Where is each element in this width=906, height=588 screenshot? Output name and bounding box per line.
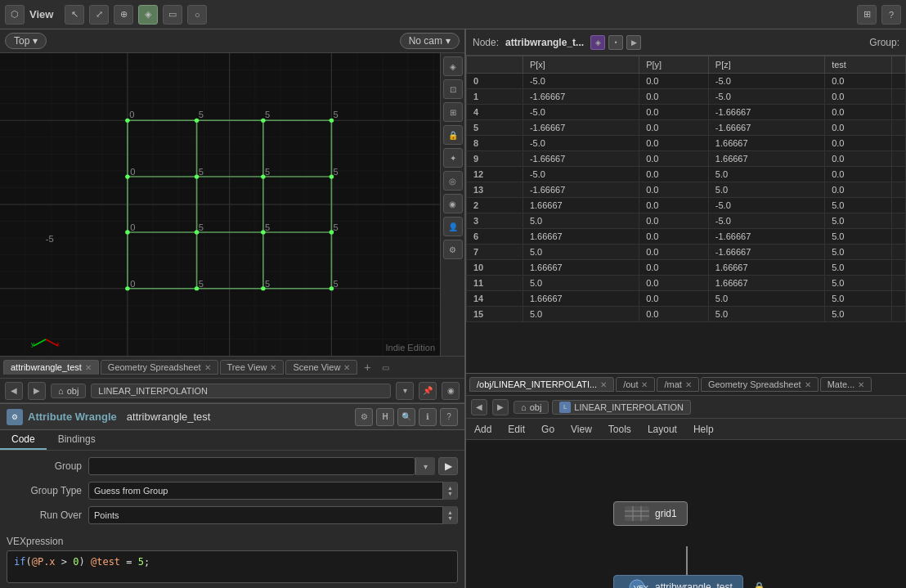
transform-tool-icon[interactable]: ⊕ [114, 5, 133, 25]
rbt-breadcrumb: ⌂ obj L LINEAR_INTERPOLATION [514, 400, 691, 415]
snap-tool-icon[interactable]: ◈ [138, 5, 158, 25]
node-attribwrangle[interactable]: VEX attribwrangle_test 🔒 [613, 575, 765, 588]
tab-scene-view[interactable]: Scene View ✕ [285, 360, 357, 375]
camera-tool-icon[interactable]: ▭ [163, 5, 182, 25]
nh-arrow-icon[interactable]: ▶ [626, 35, 641, 50]
node-grid1[interactable]: grid1 [613, 501, 688, 526]
nh-dot-icon[interactable]: • [608, 35, 623, 50]
group-type-select-wrap[interactable]: Guess from Group ▲ ▼ [88, 482, 458, 500]
group-add-btn[interactable]: ▶ [438, 457, 458, 475]
tab-close-geospread[interactable]: ✕ [204, 363, 211, 372]
right-tab-obj[interactable]: /obj/LINEAR_INTERPOLATI... ✕ [469, 377, 614, 392]
tab-options-button[interactable]: ▭ [377, 359, 393, 375]
network-icons-icon[interactable]: ⊞ [857, 5, 877, 25]
render-icon[interactable]: ○ [187, 5, 207, 25]
right-tab-close-out[interactable]: ✕ [641, 380, 648, 389]
pin-button[interactable]: 📌 [419, 382, 437, 400]
group-input[interactable] [88, 457, 415, 475]
help-icon[interactable]: ? [881, 5, 901, 25]
tab-close-scene[interactable]: ✕ [343, 363, 350, 372]
col-px[interactable]: P[x] [523, 56, 639, 74]
rbt-bc-icon[interactable]: ⌂ obj [514, 401, 549, 414]
cell-extra [892, 229, 906, 245]
vis-icon[interactable]: ⊞ [443, 102, 463, 122]
table-row: 9 -1.66667 0.0 1.66667 0.0 [467, 151, 906, 167]
display-options-icon[interactable]: ◈ [443, 56, 463, 76]
cell-pz: 1.66667 [708, 151, 824, 167]
tab-attribwrangle[interactable]: attribwrangle_test ✕ [3, 360, 99, 375]
col-py[interactable]: P[y] [639, 56, 709, 74]
viewport-canvas[interactable]: ↖ ✛ ↻ ⊡ 🔒 ✦ ◉ 📷 💡 👤 ⋯ ◉ 🔧 ✦ [0, 53, 464, 356]
lock2-icon[interactable]: 🔒 [443, 125, 463, 145]
nav-forward-button[interactable]: ▶ [28, 382, 46, 400]
network-canvas[interactable]: grid1 VEX attribwrangle_test 🔒 [466, 440, 906, 588]
menu-layout[interactable]: Layout [644, 422, 680, 437]
menu-tools[interactable]: Tools [605, 422, 635, 437]
right-tab-close-obj[interactable]: ✕ [600, 380, 607, 389]
cell-pz: -5.0 [708, 74, 824, 89]
menu-go[interactable]: Go [538, 422, 558, 437]
table-row: 4 -5.0 0.0 -1.66667 0.0 [467, 105, 906, 120]
tab-code[interactable]: Code [0, 430, 47, 450]
aw-gear-btn[interactable]: ⚙ [355, 408, 373, 426]
run-over-select-wrap[interactable]: Points ▲ ▼ [88, 506, 458, 524]
aw-help-btn[interactable]: ? [440, 408, 458, 426]
lasso-tool-icon[interactable]: ⤢ [89, 5, 109, 25]
path-selector[interactable]: LINEAR_INTERPOLATION [91, 384, 391, 398]
run-over-spinner[interactable]: ▲ ▼ [442, 506, 457, 524]
menu-edit[interactable]: Edit [505, 422, 528, 437]
no-cam-button[interactable]: No cam ▾ [400, 33, 460, 49]
right-tab-geospread[interactable]: Geometry Spreadsheet ✕ [701, 377, 819, 392]
menu-add[interactable]: Add [471, 422, 495, 437]
node-grid1-body[interactable]: grid1 [613, 501, 688, 526]
aw-info-btn[interactable]: ℹ [419, 408, 437, 426]
radio-button[interactable]: ◉ [442, 382, 460, 400]
tab-tree-view[interactable]: Tree View ✕ [220, 360, 285, 375]
tab-bindings[interactable]: Bindings [47, 430, 107, 450]
right-tab-out[interactable]: /out ✕ [616, 377, 655, 392]
wrench2-icon[interactable]: ⚙ [443, 240, 463, 259]
right-tab-close-geo[interactable]: ✕ [805, 380, 811, 389]
nav-back-button[interactable]: ◀ [5, 382, 23, 400]
cam2-icon[interactable]: ◉ [443, 194, 463, 213]
table-row: 11 5.0 0.0 1.66667 5.0 [467, 276, 906, 291]
right-tab-close-mate[interactable]: ✕ [858, 380, 864, 389]
add-tab-button[interactable]: + [359, 359, 375, 375]
cell-test: 5.0 [825, 229, 892, 245]
node-group-label: Group: [869, 37, 899, 48]
rbt-back-btn[interactable]: ◀ [471, 399, 487, 415]
person2-icon[interactable]: 👤 [443, 217, 463, 236]
cell-pz: -1.66667 [708, 245, 824, 260]
col-test[interactable]: test [825, 56, 892, 74]
right-tab-mate[interactable]: Mate... ✕ [820, 377, 872, 392]
group-type-spinner[interactable]: ▲ ▼ [442, 482, 457, 500]
right-tab-mat[interactable]: /mat ✕ [657, 377, 698, 392]
rbt-bc-path[interactable]: L LINEAR_INTERPOLATION [552, 400, 691, 415]
rbt-forward-btn[interactable]: ▶ [492, 399, 509, 415]
right-tab-close-mat[interactable]: ✕ [685, 380, 692, 389]
top-view-button[interactable]: Top ▾ [5, 33, 47, 49]
select-tool-icon[interactable]: ↖ [65, 5, 84, 25]
menu-help[interactable]: Help [690, 422, 717, 437]
tab-geometry-spreadsheet[interactable]: Geometry Spreadsheet ✕ [101, 360, 218, 375]
main-layout: Top ▾ No cam ▾ ↖ ✛ ↻ ⊡ 🔒 ✦ ◉ [0, 29, 906, 588]
node-attrib-body[interactable]: VEX attribwrangle_test [613, 575, 743, 588]
vex-editor[interactable]: if(@P.x > 0) @test = 5; [7, 550, 458, 583]
path-dropdown-button[interactable]: ▾ [396, 382, 414, 400]
snap-icon[interactable]: ⊡ [443, 79, 463, 99]
tab-close-attrib[interactable]: ✕ [85, 363, 92, 372]
menu-view[interactable]: View [567, 422, 595, 437]
obj-breadcrumb[interactable]: ⌂ obj [51, 384, 86, 398]
tab-close-tree[interactable]: ✕ [270, 363, 276, 372]
col-pz[interactable]: P[z] [708, 56, 824, 74]
nh-purple-icon[interactable]: ◈ [590, 35, 605, 50]
aw-search-btn[interactable]: 🔍 [397, 408, 415, 426]
layout-icon[interactable]: ✦ [443, 148, 463, 168]
cell-test: 5.0 [825, 213, 892, 229]
light2-icon[interactable]: ◎ [443, 171, 463, 191]
aw-h-btn[interactable]: H [376, 408, 394, 426]
group-dropdown-btn[interactable]: ▾ [415, 457, 435, 475]
spreadsheet[interactable]: P[x] P[y] P[z] test 0 -5.0 0.0 -5.0 0.0 … [466, 56, 906, 373]
run-over-spinner-up: ▲ [447, 509, 453, 515]
col-id[interactable] [467, 56, 523, 74]
